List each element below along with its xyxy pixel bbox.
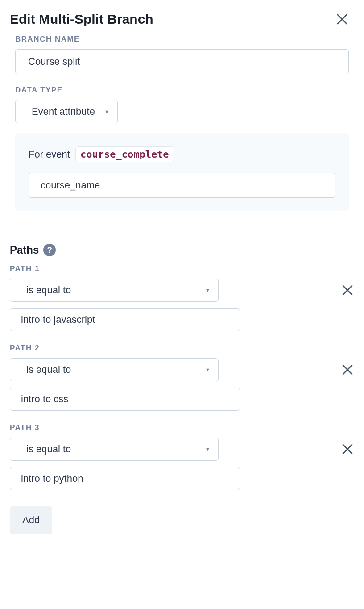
data-type-select-value: Event attribute bbox=[16, 100, 117, 123]
path-value-input[interactable] bbox=[10, 388, 240, 411]
help-icon[interactable]: ? bbox=[43, 244, 56, 256]
path-condition-value: is equal to bbox=[10, 359, 218, 381]
path-label: PATH 2 bbox=[10, 344, 354, 353]
path-block: PATH 1 is equal to ▼ bbox=[10, 264, 354, 331]
add-path-button[interactable]: Add bbox=[10, 506, 52, 534]
path-condition-select[interactable]: is equal to ▼ bbox=[10, 279, 219, 302]
path-value-input[interactable] bbox=[10, 308, 240, 331]
branch-name-label: BRANCH NAME bbox=[15, 35, 349, 44]
path-label: PATH 1 bbox=[10, 264, 354, 273]
data-type-select[interactable]: Event attribute ▼ bbox=[15, 100, 118, 123]
event-attribute-input[interactable] bbox=[29, 173, 335, 198]
path-block: PATH 2 is equal to ▼ bbox=[10, 344, 354, 411]
path-value-input[interactable] bbox=[10, 467, 240, 490]
remove-path-icon[interactable] bbox=[341, 442, 354, 456]
event-card: For event course_complete bbox=[15, 133, 349, 211]
page-title: Edit Multi-Split Branch bbox=[10, 12, 153, 27]
path-condition-value: is equal to bbox=[10, 279, 218, 301]
path-condition-select[interactable]: is equal to ▼ bbox=[10, 358, 219, 381]
path-condition-value: is equal to bbox=[10, 438, 218, 460]
remove-path-icon[interactable] bbox=[341, 284, 354, 297]
for-event-label: For event bbox=[29, 149, 70, 160]
path-label: PATH 3 bbox=[10, 423, 354, 432]
event-name-badge: course_complete bbox=[75, 146, 174, 162]
path-condition-select[interactable]: is equal to ▼ bbox=[10, 438, 219, 461]
close-icon[interactable] bbox=[335, 13, 349, 26]
remove-path-icon[interactable] bbox=[341, 363, 354, 376]
data-type-label: DATA TYPE bbox=[15, 86, 349, 95]
branch-name-input[interactable] bbox=[15, 49, 349, 74]
paths-title: Paths bbox=[10, 244, 39, 256]
path-block: PATH 3 is equal to ▼ bbox=[10, 423, 354, 490]
